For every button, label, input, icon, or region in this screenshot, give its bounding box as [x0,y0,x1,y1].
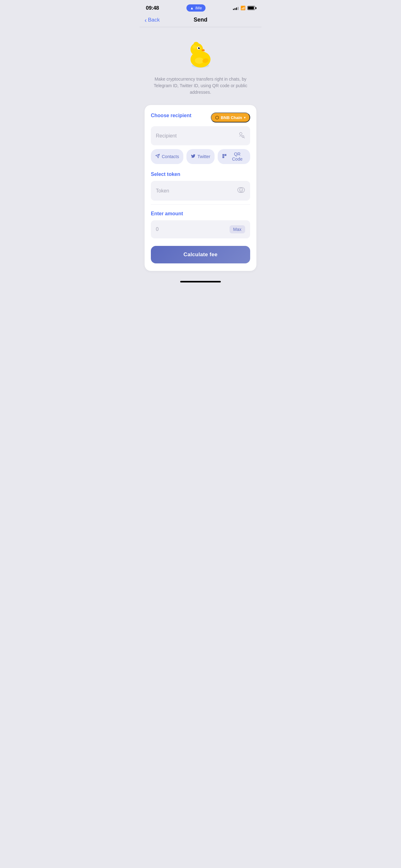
section-divider [151,204,250,205]
calculate-fee-button[interactable]: Calculate fee [151,246,250,264]
chain-selector[interactable]: ⬡ BNB Chain ▾ [211,113,250,122]
token-placeholder: Token [156,188,169,194]
contacts-icon [155,154,160,159]
duck-mascot [183,36,218,71]
svg-rect-19 [223,157,224,157]
send-card: Choose recipient ⬡ BNB Chain ▾ Recipient [144,105,257,271]
token-input[interactable]: Token Ξ [151,181,250,200]
recipient-search-icon [238,131,245,140]
twitter-label: Twitter [197,154,210,159]
svg-point-8 [198,47,200,49]
contacts-label: Contacts [162,154,179,159]
svg-point-9 [199,47,200,48]
back-chevron-icon: ‹ [144,17,147,23]
twitter-button[interactable]: Twitter [187,149,214,164]
enter-amount-title: Enter amount [151,211,183,216]
home-indicator [140,277,261,285]
qr-code-icon [222,154,227,159]
qr-code-button[interactable]: QR Code [218,149,250,164]
back-button[interactable]: ‹ Back [144,17,160,23]
recipient-placeholder: Recipient [156,133,177,139]
qr-code-label: QR Code [229,152,246,161]
amount-value: 0 [156,226,159,232]
svg-text:Ξ: Ξ [240,189,242,192]
choose-recipient-title: Choose recipient [151,113,192,118]
app-icon: ▲ [190,6,194,10]
status-icons: 📶 [233,6,255,10]
svg-rect-18 [225,155,226,155]
recipient-section-header: Choose recipient ⬡ BNB Chain ▾ [151,113,250,122]
svg-point-11 [239,132,242,135]
app-name: iMe [195,6,202,10]
chain-label: BNB Chain [221,115,242,120]
select-token-title: Select token [151,172,180,177]
max-button[interactable]: Max [230,225,245,234]
hero-section: Make cryptocurrency transfers right in c… [140,27,261,102]
amount-section: Enter amount 0 Max [151,211,250,239]
wifi-icon: 📶 [240,6,245,10]
svg-rect-17 [223,155,224,155]
status-bar: 09:48 ▲ iMe 📶 [140,0,261,14]
twitter-icon [191,154,196,159]
svg-point-2 [195,58,204,64]
contacts-button[interactable]: Contacts [151,149,183,164]
token-icon: Ξ [237,186,245,195]
svg-point-10 [194,42,199,45]
svg-line-13 [244,137,245,138]
amount-input[interactable]: 0 Max [151,220,250,239]
nav-bar: ‹ Back Send [140,14,261,27]
chain-chevron-icon: ▾ [244,116,246,120]
quick-action-buttons: Contacts Twitter [151,149,250,164]
recipient-input[interactable]: Recipient [151,126,250,145]
signal-icon [233,6,239,10]
bnb-chain-icon: ⬡ [215,115,219,120]
battery-icon [247,6,255,10]
status-time: 09:48 [146,5,159,11]
back-label: Back [148,17,160,23]
page-title: Send [194,17,207,23]
app-badge: ▲ iMe [187,4,206,11]
home-bar [180,281,221,282]
hero-description: Make cryptocurrency transfers right in c… [154,76,247,96]
